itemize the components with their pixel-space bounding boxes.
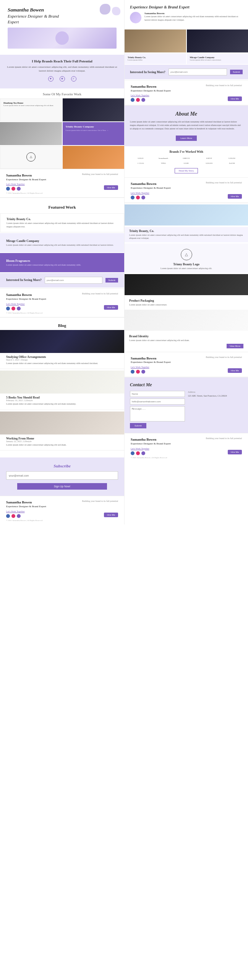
fc-title-3: Bloom Fragrances bbox=[6, 259, 118, 263]
right-work-card-2: Mirage Candle Company Lorem ipsum dolor … bbox=[187, 53, 248, 64]
right-footer2-link[interactable]: Let's Work Together bbox=[131, 192, 149, 194]
subscribe-email-input[interactable] bbox=[6, 471, 118, 480]
contact-form-right: Address 123 ABC Street, San Francisco, C… bbox=[188, 391, 243, 428]
right-footer4-link[interactable]: Let's Work Together bbox=[131, 448, 149, 450]
right-divider-2 bbox=[125, 203, 248, 203]
contact-section: Contact Me Submit Address 123 ABC Street… bbox=[125, 377, 248, 433]
right-interested-email[interactable] bbox=[169, 69, 227, 75]
work-card-img-2 bbox=[0, 122, 62, 145]
contact-email-input[interactable] bbox=[130, 399, 185, 405]
rfoot3-social-instagram[interactable] bbox=[136, 370, 140, 374]
brand-logo-5: LOGO2 bbox=[221, 157, 243, 160]
blog-card-1-content: Studying Office Arrangements March 1, 20… bbox=[0, 353, 124, 367]
interested-email-input[interactable] bbox=[45, 277, 103, 284]
contact-name-input[interactable] bbox=[130, 391, 185, 397]
social-facebook[interactable] bbox=[6, 187, 10, 191]
cta-banner-title: I Help Brands Reach Their Full Potential bbox=[6, 59, 118, 64]
brand-logo-8: LOJE bbox=[176, 162, 197, 165]
footer2-hire-btn[interactable]: Hire Me bbox=[104, 305, 118, 310]
interested-text: Interested In Seeing More? bbox=[6, 278, 42, 282]
right-footer3-hire-btn[interactable]: Hire Me bbox=[228, 368, 242, 373]
work-card-title-1: Dianfung Tea House bbox=[3, 102, 58, 104]
footer1-hire-btn[interactable]: Hire Me bbox=[104, 185, 118, 190]
footer2-tagline: Building your brand to its full potentia… bbox=[82, 292, 118, 295]
interested-banner: Interested In Seeing More? Submit bbox=[0, 273, 124, 287]
brands-story-btn[interactable]: Read My Story bbox=[175, 168, 198, 173]
rfoot3-social-pinterest[interactable] bbox=[141, 370, 145, 374]
interested-submit-btn[interactable]: Submit bbox=[105, 278, 118, 283]
cta-icons-row: ♥ ★ ✓ bbox=[6, 76, 118, 82]
rfoot2-social-pinterest[interactable] bbox=[141, 196, 145, 199]
right-hero-profile: Samantha Bowen Lorem ipsum dolor sit ame… bbox=[130, 12, 243, 23]
project-img-1 bbox=[125, 204, 248, 225]
right-footer4-name: Samantha Bowen bbox=[131, 437, 171, 442]
right-footer1-link[interactable]: Let's Work Together bbox=[131, 94, 149, 96]
footer1-link[interactable]: Let's Work Together bbox=[6, 183, 25, 185]
footer3-title: Experience Designer & Brand Expert bbox=[6, 505, 46, 509]
work-card-trinity: Trinity Beauty Company Lorem ipsum dolor… bbox=[63, 122, 125, 145]
some-work-label: Some Of My Favorite Work bbox=[0, 88, 124, 98]
footer2-social bbox=[6, 307, 25, 310]
project-detail-3: Product Packaging Lorem ipsum dolor sit … bbox=[125, 274, 248, 309]
footer2-social-instagram[interactable] bbox=[11, 307, 15, 310]
about-btn[interactable]: Learn More bbox=[176, 136, 197, 141]
footer2-social-pinterest[interactable] bbox=[17, 307, 21, 310]
brand-logo-4: LIENT bbox=[198, 157, 220, 160]
blog-card-2-meta: February 10, 2021 | Lifestyle bbox=[6, 399, 118, 402]
rfoot1-social-instagram[interactable] bbox=[136, 98, 140, 102]
brand-logo-2: brandmark bbox=[153, 157, 174, 160]
social-pinterest[interactable] bbox=[17, 187, 21, 191]
contact-address-value: 123 ABC Street, San Francisco, CA 20024 bbox=[188, 395, 243, 397]
blog-card-1: Studying Office Arrangements March 1, 20… bbox=[0, 330, 124, 369]
blob-1 bbox=[100, 4, 110, 15]
right-footer4-hire-btn[interactable]: Hire Me bbox=[228, 450, 242, 454]
footer3-hire-btn[interactable]: Hire Me bbox=[104, 513, 118, 517]
contact-message-input[interactable] bbox=[130, 406, 185, 421]
rfoot1-social-pinterest[interactable] bbox=[141, 98, 145, 102]
right-column: Experience Designer & Brand Expert Saman… bbox=[124, 0, 248, 524]
right-footer3-link[interactable]: Let's Work Together bbox=[131, 366, 149, 368]
project-img-4 bbox=[125, 310, 248, 331]
rfoot4-social-pinterest[interactable] bbox=[141, 451, 145, 455]
right-footer4-tagline: Building your brand to its full potentia… bbox=[206, 437, 242, 439]
project-text-1: Lorem ipsum dolor sit amet consectetuer … bbox=[129, 234, 243, 240]
view-project-btn[interactable]: View More bbox=[227, 344, 243, 348]
footer3-copyright: © 2021 Samantha Bowen | All Rights Reser… bbox=[6, 519, 118, 521]
right-footer3-title: Experience Designer & Brand Expert bbox=[131, 361, 171, 364]
work-card-logo: △ bbox=[0, 146, 62, 169]
fc-text-1: Lorem ipsum dolor sit amet consectetuer … bbox=[6, 222, 118, 228]
social-instagram[interactable] bbox=[11, 187, 15, 191]
project-details: Trinity Beauty, Co. Lorem ipsum dolor si… bbox=[125, 204, 248, 351]
footer3-link[interactable]: Let's Work Together bbox=[6, 510, 25, 513]
rfoot4-social-facebook[interactable] bbox=[131, 451, 135, 455]
contact-title: Contact Me bbox=[130, 382, 243, 388]
contact-submit-btn[interactable]: Submit bbox=[130, 423, 146, 428]
rfoot3-social-facebook[interactable] bbox=[131, 370, 135, 374]
right-interested-text: Interested In Seeing More? bbox=[130, 70, 165, 74]
blog-card-3-meta: January 22, 2021 | Lifestyle bbox=[6, 440, 118, 443]
subscribe-btn[interactable]: Sign Up Now! bbox=[17, 483, 107, 490]
footer3-social-instagram[interactable] bbox=[11, 514, 15, 518]
rfoot2-social-instagram[interactable] bbox=[136, 196, 140, 199]
featured-work-section: Featured Work Trinity Beauty Co. Lorem i… bbox=[0, 198, 124, 287]
project-detail-4: Brand Identity Lorem ipsum dolor sit ame… bbox=[125, 310, 248, 350]
footer2-social-facebook[interactable] bbox=[6, 307, 10, 310]
footer2-link[interactable]: Let's Work Together bbox=[6, 303, 25, 305]
footer2-title: Experience Designer & Brand Expert bbox=[6, 297, 46, 301]
right-footer4-title: Experience Designer & Brand Expert bbox=[131, 442, 171, 446]
right-footer1-hire-btn[interactable]: Hire Me bbox=[228, 96, 242, 101]
right-footer1-title: Experience Designer & Brand Expert bbox=[131, 89, 171, 93]
right-interested-btn[interactable]: Submit bbox=[230, 70, 243, 74]
right-footer2-hire-btn[interactable]: Hire Me bbox=[228, 194, 242, 199]
profile-text: Lorem ipsum dolor sit amet consectetuer … bbox=[144, 15, 243, 22]
footer3-social-pinterest[interactable] bbox=[17, 514, 21, 518]
footer3-social-facebook[interactable] bbox=[6, 514, 10, 518]
work-card-text-4: Lorem ipsum dolor sit amet consectetuer.… bbox=[66, 129, 122, 131]
rfoot1-social-facebook[interactable] bbox=[131, 98, 135, 102]
footer2-name: Samantha Bowen bbox=[6, 292, 46, 297]
rfoot2-social-facebook[interactable] bbox=[131, 196, 135, 199]
rfoot4-social-instagram[interactable] bbox=[136, 451, 140, 455]
fc-title-1: Trinity Beauty Co. bbox=[6, 217, 118, 221]
project-detail-2: △ Trinny Beauty Logo Lorem ipsum dolor s… bbox=[125, 243, 248, 273]
check-icon: ✓ bbox=[72, 77, 75, 80]
